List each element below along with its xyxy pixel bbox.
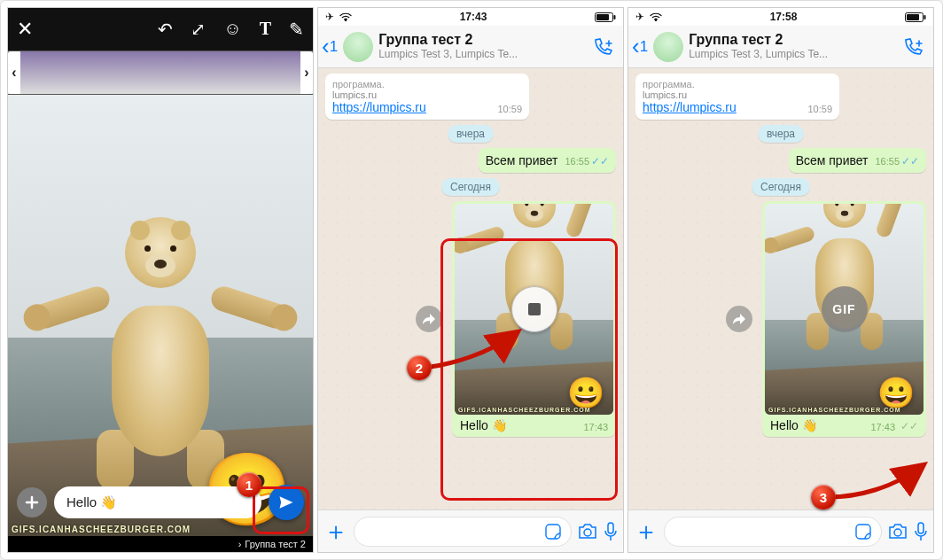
status-bar: ✈︎ 17:43 xyxy=(318,8,623,26)
date-separator: вчера xyxy=(448,125,494,143)
svg-point-10 xyxy=(894,529,901,536)
draw-icon[interactable]: ✎ xyxy=(289,19,304,40)
chat-input-bar: ＋ xyxy=(628,509,933,552)
attach-button[interactable]: ＋ xyxy=(323,515,348,548)
sticker-picker-icon[interactable] xyxy=(544,523,562,541)
date-separator: Сегодня xyxy=(752,178,810,196)
badge-3: 3 xyxy=(811,485,836,509)
text-message-out[interactable]: Всем привет16:55✓✓ xyxy=(789,148,926,173)
media-preview: 😀 GIFS.ICANHASCHEEZBURGER.COM Hello 👋 xyxy=(8,95,313,536)
date-separator: Сегодня xyxy=(441,178,500,196)
svg-rect-1 xyxy=(596,14,609,20)
svg-point-4 xyxy=(584,529,591,536)
voice-button[interactable] xyxy=(914,522,928,541)
chat-title-area[interactable]: Группа тест 2 Lumpics Test 3, Lumpics Te… xyxy=(378,33,588,60)
sticker-emoji: 😀 xyxy=(877,377,915,408)
forward-button[interactable] xyxy=(416,306,442,332)
emoji-icon[interactable]: ☺ xyxy=(223,19,241,40)
camera-button[interactable] xyxy=(577,523,598,541)
airplane-mode-icon: ✈︎ xyxy=(325,11,334,23)
send-button[interactable] xyxy=(269,485,304,520)
badge-2: 2 xyxy=(407,355,432,380)
recipient-chip[interactable]: ›Группа тест 2 xyxy=(8,536,313,552)
read-ticks-icon: ✓✓ xyxy=(901,155,919,167)
text-message-out[interactable]: Всем привет16:55✓✓ xyxy=(479,148,616,173)
media-thumbnail[interactable]: 😀 GIFS.ICANHASCHEEZBURGER.COM xyxy=(455,204,613,415)
close-icon[interactable]: ✕ xyxy=(17,18,33,41)
chat-header: ‹1 Группа тест 2 Lumpics Test 3, Lumpics… xyxy=(628,26,933,68)
camera-button[interactable] xyxy=(887,523,908,541)
chat-body[interactable]: программа.lumpics.ru https://lumpics.ru1… xyxy=(628,68,933,509)
bear-graphic xyxy=(72,217,249,483)
date-separator: вчера xyxy=(758,125,804,143)
read-ticks-icon: ✓✓ xyxy=(591,155,609,167)
back-button[interactable]: ‹1 xyxy=(322,33,338,60)
chat-input-bar: ＋ xyxy=(318,509,623,552)
chat-header: ‹1 Группа тест 2 Lumpics Test 3, Lumpics… xyxy=(318,26,623,68)
svg-rect-11 xyxy=(918,523,924,533)
svg-rect-8 xyxy=(924,15,926,19)
caption-input[interactable]: Hello 👋 xyxy=(54,486,261,518)
svg-rect-9 xyxy=(856,525,870,539)
avatar[interactable] xyxy=(343,32,373,62)
message-input[interactable] xyxy=(354,517,572,547)
gif-badge[interactable]: GIF xyxy=(822,286,868,332)
battery-icon xyxy=(595,12,616,22)
forward-button[interactable] xyxy=(726,306,752,332)
avatar[interactable] xyxy=(653,32,683,62)
airplane-mode-icon: ✈︎ xyxy=(635,11,644,23)
trim-handle-left[interactable]: ‹ xyxy=(8,51,20,94)
link-url[interactable]: https://lumpics.ru xyxy=(332,100,426,114)
badge-1: 1 xyxy=(237,472,261,497)
chat-title-area[interactable]: Группа тест 2 Lumpics Test 3, Lumpics Te… xyxy=(689,33,898,60)
text-tool-icon[interactable]: T xyxy=(260,19,271,40)
panel-chat-sent: ✈︎ 17:58 ‹1 Группа тест 2 Lumpics Test 3… xyxy=(627,7,934,553)
crop-icon[interactable]: ⤢ xyxy=(191,19,206,40)
sticker-picker-icon[interactable] xyxy=(854,523,872,541)
clock-text: 17:58 xyxy=(770,11,798,23)
link-message[interactable]: программа.lumpics.ru https://lumpics.ru1… xyxy=(635,74,839,120)
cancel-upload-button[interactable] xyxy=(511,286,557,332)
editor-toolbar: ✕ ↶ ⤢ ☺ T ✎ xyxy=(8,8,313,51)
wifi-icon xyxy=(650,12,662,21)
call-button[interactable] xyxy=(903,37,926,57)
link-message[interactable]: программа.lumpics.ru https://lumpics.ru1… xyxy=(325,74,529,120)
trim-handle-right[interactable]: › xyxy=(300,51,313,94)
chat-body[interactable]: программа.lumpics.ru https://lumpics.ru1… xyxy=(318,68,623,509)
watermark-text: GIFS.ICANHASCHEEZBURGER.COM xyxy=(12,525,191,534)
undo-icon[interactable]: ↶ xyxy=(158,19,173,40)
media-thumbnail[interactable]: 😀 GIFS.ICANHASCHEEZBURGER.COM GIF xyxy=(765,204,924,415)
sticker-emoji: 😀 xyxy=(567,377,604,408)
panel-chat-uploading: ✈︎ 17:43 ‹1 Группа тест 2 Lumpics Test 3… xyxy=(317,7,624,553)
panel-editor: ✕ ↶ ⤢ ☺ T ✎ ‹ › xyxy=(7,7,314,553)
svg-rect-3 xyxy=(546,525,560,539)
svg-rect-7 xyxy=(907,14,919,20)
add-media-button[interactable] xyxy=(17,487,47,517)
back-button[interactable]: ‹1 xyxy=(632,33,648,60)
trim-filmstrip[interactable]: ‹ › xyxy=(8,51,313,95)
call-button[interactable] xyxy=(593,37,616,57)
battery-icon xyxy=(905,12,926,22)
attach-button[interactable]: ＋ xyxy=(634,515,659,548)
wifi-icon xyxy=(339,12,352,21)
clock-text: 17:43 xyxy=(460,11,487,23)
message-input[interactable] xyxy=(664,517,882,547)
svg-rect-2 xyxy=(614,15,616,19)
voice-button[interactable] xyxy=(604,522,618,541)
link-url[interactable]: https://lumpics.ru xyxy=(643,100,736,114)
media-message-out[interactable]: 😀 GIFS.ICANHASCHEEZBURGER.COM Hello 👋17:… xyxy=(452,201,616,437)
status-bar: ✈︎ 17:58 xyxy=(628,8,933,26)
svg-rect-5 xyxy=(608,523,613,533)
media-message-out[interactable]: 😀 GIFS.ICANHASCHEEZBURGER.COM GIF Hello … xyxy=(762,201,926,437)
